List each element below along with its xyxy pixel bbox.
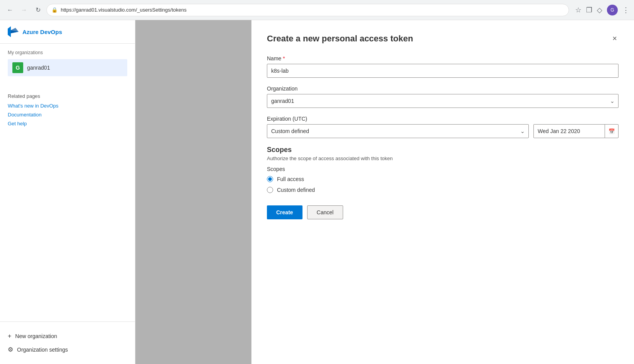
address-bar[interactable]: 🔒 https://ganrad01.visualstudio.com/_use… [46,4,569,16]
org-avatar: G [12,62,23,73]
url-text: https://ganrad01.visualstudio.com/_users… [61,7,564,13]
modal-header: Create a new personal access token × [267,32,619,44]
related-link-get-help[interactable]: Get help [8,121,127,126]
scope-custom-defined-radio[interactable] [267,187,273,193]
name-input[interactable] [267,64,619,78]
name-field-group: Name * [267,55,619,78]
organization-select[interactable]: ganrad01 [267,94,619,108]
modal-close-button[interactable]: × [611,32,619,44]
main-content-area: User settings General Notifications Usag… [135,20,634,364]
menu-button[interactable]: ⋮ [622,6,629,14]
star-button[interactable]: ☆ [575,6,581,14]
left-sidebar: Azure DevOps My organizations G ganrad01… [0,20,135,364]
cancel-button[interactable]: Cancel [307,205,343,219]
refresh-button[interactable]: ↻ [32,5,43,15]
expiration-row: Expiration (UTC) Custom defined 30 days … [267,116,619,138]
calendar-button[interactable]: 📅 [605,124,619,138]
modal-title: Create a new personal access token [267,34,413,44]
devops-header: Azure DevOps [0,20,135,44]
lock-icon: 🔒 [51,7,58,13]
scopes-section: Scopes Authorize the scope of access ass… [267,146,619,193]
app-container: Azure DevOps My organizations G ganrad01… [0,20,634,364]
brand-highlight: DevOps [40,29,62,35]
modal-actions: Create Cancel [267,205,619,219]
devops-brand: Azure DevOps [22,29,62,35]
windows-button[interactable]: ❐ [586,6,592,14]
expiration-field-group: Expiration (UTC) Custom defined 30 days … [267,116,529,138]
sidebar-bottom: + New organization ⚙ Organization settin… [0,321,135,364]
organization-field-group: Organization ganrad01 ⌄ [267,85,619,108]
modal-overlay: Create a new personal access token × Nam… [135,20,634,364]
modal-panel: Create a new personal access token × Nam… [251,20,634,364]
browser-actions: ☆ ❐ ◇ G ⋮ [575,5,629,15]
calendar-icon: 📅 [608,128,615,134]
organization-label: Organization [267,85,619,92]
scope-custom-defined-label: Custom defined [277,187,315,193]
related-pages-section: Related pages What's new in DevOps Docum… [0,85,135,137]
profile-button[interactable]: G [607,5,618,15]
scopes-title: Scopes [267,146,619,154]
svg-marker-1 [11,28,19,33]
create-button[interactable]: Create [267,205,302,219]
devops-logo-icon [8,26,19,37]
org-name: ganrad01 [27,65,50,71]
org-settings-item[interactable]: ⚙ Organization settings [8,343,127,356]
expiration-select[interactable]: Custom defined 30 days 60 days 90 days [267,124,529,138]
back-button[interactable]: ← [5,5,15,15]
scopes-description: Authorize the scope of access associated… [267,156,619,161]
name-required: * [283,55,285,62]
browser-chrome: ← → ↻ 🔒 https://ganrad01.visualstudio.co… [0,0,634,20]
plus-icon: + [8,333,11,340]
forward-button[interactable]: → [19,5,29,15]
organization-select-wrapper: ganrad01 ⌄ [267,94,619,108]
related-link-documentation[interactable]: Documentation [8,112,127,118]
related-link-whats-new[interactable]: What's new in DevOps [8,103,127,109]
scope-full-access-label: Full access [277,176,304,182]
date-input-wrapper: 📅 [533,124,619,138]
org-settings-label: Organization settings [17,347,68,353]
org-item[interactable]: G ganrad01 [8,59,127,76]
scope-full-access-radio[interactable] [267,176,273,182]
expiration-label: Expiration (UTC) [267,116,529,122]
new-organization-item[interactable]: + New organization [8,330,127,343]
my-organizations-section: My organizations G ganrad01 [0,44,135,78]
extensions-button[interactable]: ◇ [597,6,602,14]
scopes-label: Scopes [267,166,619,172]
my-organizations-label: My organizations [8,50,127,55]
expiration-select-wrapper: Custom defined 30 days 60 days 90 days ⌄ [267,124,529,138]
gear-icon: ⚙ [8,346,13,353]
scope-full-access-option[interactable]: Full access [267,176,619,182]
scope-custom-defined-option[interactable]: Custom defined [267,187,619,193]
brand-prefix: Azure [22,29,40,35]
new-org-label: New organization [15,333,57,339]
name-label: Name * [267,55,619,62]
related-pages-title: Related pages [8,93,127,99]
scopes-radio-group: Full access Custom defined [267,176,619,193]
